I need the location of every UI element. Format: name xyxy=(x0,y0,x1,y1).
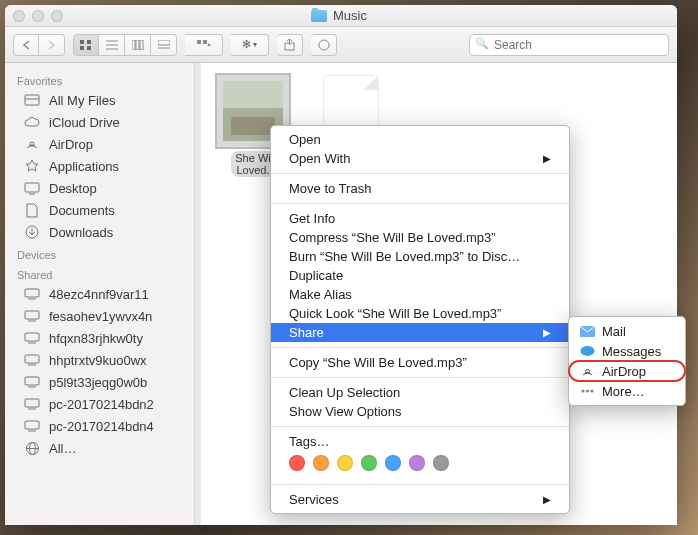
sidebar: Favorites All My Files iCloud Drive AirD… xyxy=(5,63,195,525)
tags-button[interactable] xyxy=(311,34,337,56)
tag-purple[interactable] xyxy=(409,455,425,471)
more-icon xyxy=(579,383,595,399)
sidebar-item-shared[interactable]: p5l9t33jeqg0w0b xyxy=(5,371,194,393)
sidebar-item-shared[interactable]: pc-20170214bdn4 xyxy=(5,415,194,437)
computer-icon xyxy=(23,352,41,368)
sidebar-item-documents[interactable]: Documents xyxy=(5,199,194,221)
sidebar-item-shared[interactable]: pc-20170214bdn2 xyxy=(5,393,194,415)
forward-button[interactable] xyxy=(39,34,65,56)
list-view-button[interactable] xyxy=(99,34,125,56)
sidebar-item-label: Documents xyxy=(49,203,115,218)
menu-clean-up[interactable]: Clean Up Selection xyxy=(271,383,569,402)
sidebar-item-label: pc-20170214bdn2 xyxy=(49,397,154,412)
desktop-icon xyxy=(23,180,41,196)
svg-point-43 xyxy=(585,389,588,392)
window-title: Music xyxy=(333,8,367,23)
share-item-label: AirDrop xyxy=(602,364,646,379)
toolbar: ✻▾ xyxy=(5,27,677,63)
menu-open-with[interactable]: Open With▶ xyxy=(271,149,569,168)
action-button[interactable]: ✻▾ xyxy=(231,34,269,56)
share-mail[interactable]: Mail xyxy=(569,321,685,341)
menu-copy[interactable]: Copy “She Will Be Loved.mp3” xyxy=(271,353,569,372)
menu-move-to-trash[interactable]: Move to Trash xyxy=(271,179,569,198)
svg-point-40 xyxy=(580,346,594,356)
airdrop-icon xyxy=(579,363,595,379)
svg-point-15 xyxy=(319,40,329,50)
sidebar-item-desktop[interactable]: Desktop xyxy=(5,177,194,199)
search-input[interactable] xyxy=(469,34,669,56)
share-submenu: Mail Messages AirDrop More… xyxy=(568,316,686,406)
menu-duplicate[interactable]: Duplicate xyxy=(271,266,569,285)
menu-quick-look[interactable]: Quick Look “She Will Be Loved.mp3” xyxy=(271,304,569,323)
file-label: She WiLoved. xyxy=(231,151,274,177)
sidebar-item-label: Applications xyxy=(49,159,119,174)
share-button[interactable] xyxy=(277,34,303,56)
applications-icon xyxy=(23,158,41,174)
share-more[interactable]: More… xyxy=(569,381,685,401)
computer-icon xyxy=(23,308,41,324)
tag-red[interactable] xyxy=(289,455,305,471)
svg-rect-30 xyxy=(25,377,39,385)
svg-rect-9 xyxy=(140,40,143,50)
minimize-window-button[interactable] xyxy=(32,10,44,22)
sidebar-item-applications[interactable]: Applications xyxy=(5,155,194,177)
shared-header: Shared xyxy=(5,263,194,283)
search-field[interactable] xyxy=(469,34,669,56)
sidebar-item-all-my-files[interactable]: All My Files xyxy=(5,89,194,111)
sidebar-item-shared[interactable]: hfqxn83rjhkw0ty xyxy=(5,327,194,349)
column-view-button[interactable] xyxy=(125,34,151,56)
back-button[interactable] xyxy=(13,34,39,56)
menu-get-info[interactable]: Get Info xyxy=(271,209,569,228)
menu-burn[interactable]: Burn “She Will Be Loved.mp3” to Disc… xyxy=(271,247,569,266)
sidebar-item-all-shared[interactable]: All… xyxy=(5,437,194,459)
submenu-arrow-icon: ▶ xyxy=(543,327,551,338)
icon-view-button[interactable] xyxy=(73,34,99,56)
menu-tags[interactable]: Tags… xyxy=(271,432,569,451)
sidebar-item-airdrop[interactable]: AirDrop xyxy=(5,133,194,155)
menu-share[interactable]: Share▶ xyxy=(271,323,569,342)
menu-compress[interactable]: Compress “She Will Be Loved.mp3” xyxy=(271,228,569,247)
globe-icon xyxy=(23,440,41,456)
mail-icon xyxy=(579,323,595,339)
arrange-button[interactable] xyxy=(185,34,223,56)
sidebar-item-label: 48ezc4nnf9var11 xyxy=(49,287,149,302)
svg-rect-16 xyxy=(25,95,39,105)
sidebar-item-label: AirDrop xyxy=(49,137,93,152)
messages-icon xyxy=(579,343,595,359)
svg-rect-7 xyxy=(132,40,135,50)
sidebar-item-icloud[interactable]: iCloud Drive xyxy=(5,111,194,133)
computer-icon xyxy=(23,396,41,412)
sidebar-item-shared[interactable]: fesaohev1ywvx4n xyxy=(5,305,194,327)
svg-point-42 xyxy=(581,389,584,392)
zoom-window-button[interactable] xyxy=(51,10,63,22)
sidebar-item-shared[interactable]: hhptrxtv9kuo0wx xyxy=(5,349,194,371)
sidebar-item-label: pc-20170214bdn4 xyxy=(49,419,154,434)
svg-rect-24 xyxy=(25,311,39,319)
menu-make-alias[interactable]: Make Alias xyxy=(271,285,569,304)
menu-services[interactable]: Services▶ xyxy=(271,490,569,509)
sidebar-item-label: iCloud Drive xyxy=(49,115,120,130)
airdrop-icon xyxy=(23,136,41,152)
tag-gray[interactable] xyxy=(433,455,449,471)
svg-rect-3 xyxy=(87,46,91,50)
sidebar-item-shared[interactable]: 48ezc4nnf9var11 xyxy=(5,283,194,305)
computer-icon xyxy=(23,418,41,434)
sidebar-item-downloads[interactable]: Downloads xyxy=(5,221,194,243)
sidebar-item-label: hfqxn83rjhkw0ty xyxy=(49,331,143,346)
share-messages[interactable]: Messages xyxy=(569,341,685,361)
svg-rect-8 xyxy=(136,40,139,50)
tag-green[interactable] xyxy=(361,455,377,471)
sidebar-item-label: All My Files xyxy=(49,93,115,108)
menu-open[interactable]: Open xyxy=(271,130,569,149)
tag-blue[interactable] xyxy=(385,455,401,471)
folder-icon xyxy=(311,10,327,22)
svg-rect-1 xyxy=(87,40,91,44)
all-files-icon xyxy=(23,92,41,108)
tag-orange[interactable] xyxy=(313,455,329,471)
coverflow-view-button[interactable] xyxy=(151,34,177,56)
share-airdrop[interactable]: AirDrop xyxy=(569,361,685,381)
titlebar: Music xyxy=(5,5,677,27)
tag-yellow[interactable] xyxy=(337,455,353,471)
menu-view-options[interactable]: Show View Options xyxy=(271,402,569,421)
close-window-button[interactable] xyxy=(13,10,25,22)
